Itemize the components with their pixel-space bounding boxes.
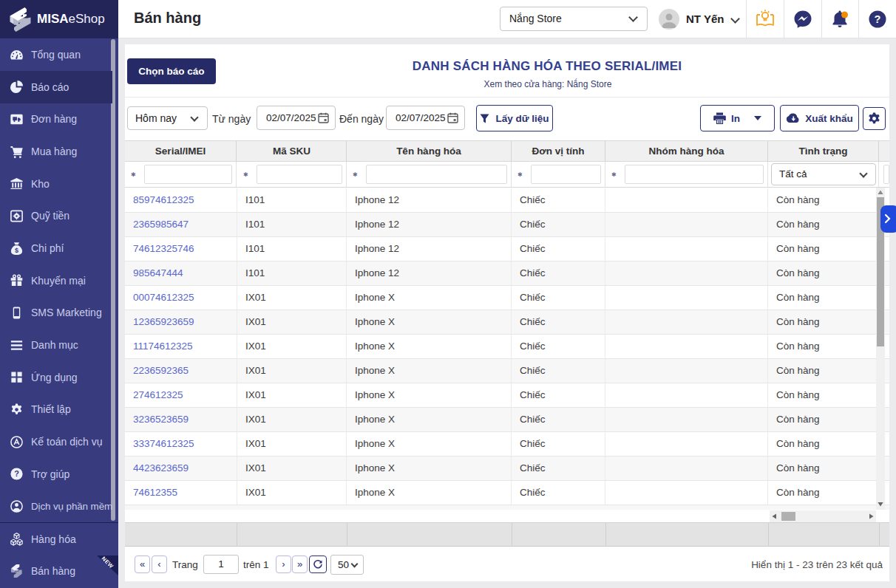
svg-text:$: $ <box>15 247 18 254</box>
svg-text:?: ? <box>874 13 880 25</box>
svg-text:?: ? <box>14 469 19 478</box>
